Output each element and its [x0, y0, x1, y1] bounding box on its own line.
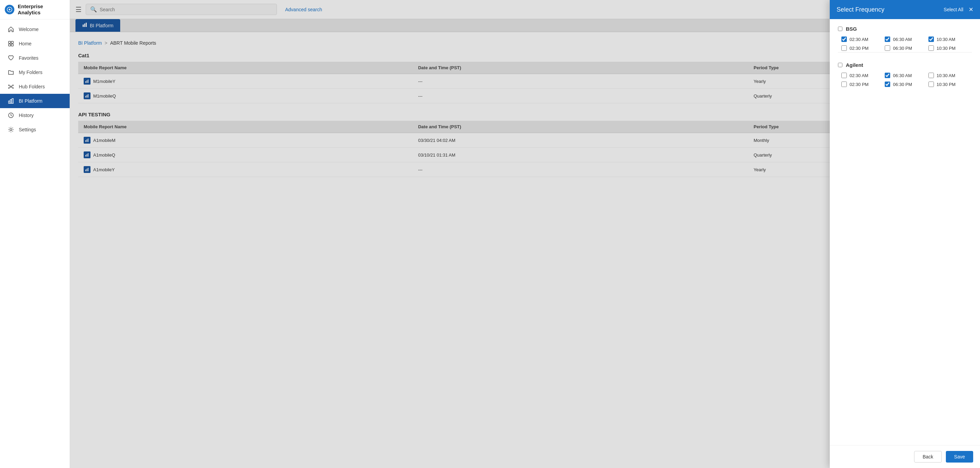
freq-option-checkbox-agilent-1[interactable] [885, 73, 890, 78]
panel-header: Select Frequency Select All × [830, 0, 980, 19]
report-name-cell: M1mobileQ [78, 89, 412, 103]
svg-rect-1 [8, 41, 11, 43]
settings-icon [7, 126, 15, 133]
sidebar-header: Enterprise Analytics [0, 0, 70, 19]
freq-group-divider [838, 52, 972, 52]
freq-option-label: 06:30 PM [893, 82, 912, 87]
freq-option-checkbox-agilent-2[interactable] [928, 73, 934, 78]
hub-icon [7, 83, 15, 90]
freq-option-checkbox-bsg-4[interactable] [885, 45, 890, 51]
freq-group-header-bsg: BSG [838, 26, 972, 32]
home-icon [7, 25, 15, 33]
grid-icon [7, 40, 15, 48]
freq-option-checkbox-agilent-0[interactable] [842, 73, 847, 78]
svg-rect-23 [87, 81, 88, 83]
freq-option-label: 02:30 PM [850, 82, 869, 87]
freq-option-checkbox-bsg-0[interactable] [842, 36, 847, 42]
svg-rect-27 [88, 94, 88, 98]
nav-label-history: History [19, 113, 34, 118]
svg-rect-32 [87, 154, 88, 157]
sidebar-item-welcome[interactable]: Welcome [0, 22, 70, 36]
back-button[interactable]: Back [914, 451, 942, 463]
panel-body: BSG02:30 AM06:30 AM10:30 AM02:30 PM06:30… [830, 19, 980, 445]
freq-group-checkbox-agilent[interactable] [838, 63, 842, 67]
report-bar-icon [84, 166, 91, 173]
freq-group-checkbox-bsg[interactable] [838, 27, 842, 31]
panel-title: Select Frequency [837, 6, 885, 13]
bi-icon [7, 97, 15, 105]
sidebar: Enterprise Analytics WelcomeHomeFavorite… [0, 0, 70, 468]
svg-rect-28 [85, 140, 86, 142]
freq-option-label: 02:30 PM [850, 46, 869, 51]
sidebar-item-hub-folders[interactable]: Hub Folders [0, 79, 70, 94]
freq-option-checkbox-bsg-2[interactable] [928, 36, 934, 42]
freq-option: 10:30 PM [928, 81, 972, 87]
freq-option-checkbox-agilent-4[interactable] [885, 81, 890, 87]
report-name-cell: A1mobileY [78, 162, 412, 177]
svg-rect-29 [87, 140, 88, 142]
sidebar-nav: WelcomeHomeFavoritesMy FoldersHub Folder… [0, 19, 70, 468]
freq-option: 06:30 PM [885, 81, 928, 87]
report-name-cell: M1mobileY [78, 74, 412, 89]
freq-option: 10:30 PM [928, 45, 972, 51]
freq-option-label: 10:30 AM [937, 37, 955, 42]
save-button[interactable]: Save [946, 451, 973, 463]
freq-option: 02:30 AM [842, 73, 885, 78]
nav-label-my-folders: My Folders [19, 70, 42, 75]
menu-icon[interactable]: ☰ [75, 5, 82, 14]
nav-label-hub-folders: Hub Folders [19, 84, 45, 89]
advanced-search-link[interactable]: Advanced search [281, 5, 326, 14]
freq-option: 10:30 AM [928, 36, 972, 42]
svg-rect-16 [12, 98, 13, 103]
svg-rect-25 [85, 96, 86, 98]
freq-group-bsg: BSG02:30 AM06:30 AM10:30 AM02:30 PM06:30… [838, 26, 972, 52]
freq-group-name-bsg: BSG [846, 26, 857, 32]
sidebar-item-history[interactable]: History [0, 108, 70, 122]
app-logo [5, 5, 14, 14]
search-input[interactable] [100, 7, 272, 12]
table-column-header: Mobile Report Name [78, 121, 412, 133]
report-bar-icon [84, 137, 91, 144]
svg-rect-19 [83, 25, 84, 27]
report-datetime-cell: --- [412, 74, 748, 89]
sidebar-item-bi-platform[interactable]: BI Platform [0, 94, 70, 108]
breadcrumb-parent[interactable]: BI Platform [78, 40, 102, 46]
freq-option: 06:30 PM [885, 45, 928, 51]
nav-label-welcome: Welcome [19, 27, 38, 32]
freq-option-label: 02:30 AM [850, 73, 868, 78]
freq-option: 02:30 PM [842, 45, 885, 51]
table-column-header: Date and Time (PST) [412, 121, 748, 133]
panel-header-right: Select All × [944, 6, 973, 13]
svg-point-7 [13, 85, 14, 86]
svg-point-9 [13, 88, 14, 89]
freq-option-checkbox-agilent-5[interactable] [928, 81, 934, 87]
nav-label-settings: Settings [19, 127, 36, 132]
freq-option-checkbox-agilent-3[interactable] [842, 81, 847, 87]
select-all-button[interactable]: Select All [944, 7, 964, 12]
freq-option-label: 10:30 AM [937, 73, 955, 78]
report-datetime-cell: 03/30/21 04:02 AM [412, 133, 748, 148]
bi-platform-tab[interactable]: BI Platform [75, 19, 120, 32]
freq-option: 06:30 AM [885, 36, 928, 42]
search-bar: 🔍 [86, 4, 277, 15]
svg-rect-20 [84, 24, 85, 27]
sidebar-item-home[interactable]: Home [0, 36, 70, 51]
sidebar-item-favorites[interactable]: Favorites [0, 51, 70, 65]
bi-tab-icon [82, 22, 87, 28]
history-icon [7, 111, 15, 119]
sidebar-item-my-folders[interactable]: My Folders [0, 65, 70, 79]
freq-option-label: 10:30 PM [937, 82, 956, 87]
sidebar-item-settings[interactable]: Settings [0, 122, 70, 137]
freq-option-checkbox-bsg-1[interactable] [885, 36, 890, 42]
svg-rect-22 [85, 81, 86, 83]
panel-footer: Back Save [830, 445, 980, 468]
report-bar-icon [84, 151, 91, 158]
svg-rect-26 [87, 95, 88, 98]
report-datetime-cell: --- [412, 162, 748, 177]
freq-option: 06:30 AM [885, 73, 928, 78]
report-bar-icon [84, 78, 91, 85]
freq-option-checkbox-bsg-5[interactable] [928, 45, 934, 51]
report-datetime-cell: 03/10/21 01:31 AM [412, 148, 748, 162]
freq-option-checkbox-bsg-3[interactable] [842, 45, 847, 51]
close-panel-button[interactable]: × [969, 6, 973, 13]
